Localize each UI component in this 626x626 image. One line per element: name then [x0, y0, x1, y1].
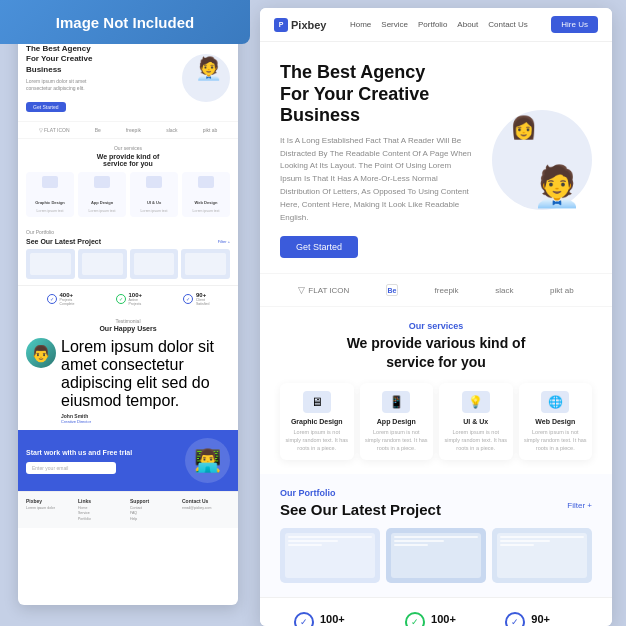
- brand-piktab: pikt ab: [550, 286, 574, 295]
- card-desc: Lorem ipsum is not simply random text. I…: [524, 428, 588, 453]
- right-portfolio-heading: See Our Latest Project: [280, 501, 441, 518]
- brand-slack: slack: [495, 286, 513, 295]
- right-services-label: Our services: [280, 321, 592, 331]
- banner-label: Image Not Included: [56, 14, 194, 31]
- right-hero-btn[interactable]: Get Started: [280, 236, 358, 258]
- right-service-card-app: 📱 App Design Lorem ipsum is not simply r…: [360, 383, 434, 461]
- right-service-cards: 🖥 Graphic Design Lorem ipsum is not simp…: [280, 383, 592, 461]
- left-services: Our services We provide kind ofservice f…: [18, 139, 238, 223]
- left-footer-col: Links HomeServicePortfolio: [78, 498, 126, 522]
- left-service-cards: Graphic Design Lorem ipsum text App Desi…: [26, 172, 230, 217]
- left-hero-btn[interactable]: Get Started: [26, 102, 66, 112]
- right-service-card-web: 🌐 Web Design Lorem ipsum is not simply r…: [519, 383, 593, 461]
- card-desc: Lorem ipsum is not simply random text. I…: [285, 428, 349, 453]
- left-hero-person: 🧑‍💼: [195, 56, 222, 82]
- right-portfolio-header: See Our Latest Project Filter +: [280, 501, 592, 518]
- image-not-included-banner: Image Not Included: [0, 0, 250, 44]
- right-nav-links: Home Service Portfolio About Contact Us: [350, 20, 528, 29]
- right-nav: P Pixbey Home Service Portfolio About Co…: [260, 8, 612, 42]
- left-services-heading: We provide kind ofservice for you: [26, 153, 230, 167]
- check-active-icon: ✓: [405, 612, 425, 626]
- right-portfolio-images: [280, 528, 592, 583]
- left-hero: The Best AgencyFor Your CreativeBusiness…: [18, 36, 238, 121]
- left-preview: Pixbey Home Service Portfolio Hire Us Th…: [18, 15, 238, 605]
- left-portfolio-heading: See Our Latest Project: [26, 238, 101, 245]
- card-title: App Design: [365, 418, 429, 425]
- left-portfolio-header: See Our Latest Project Filter +: [26, 238, 230, 245]
- right-hero-visual: 🧑‍💼 👩: [472, 110, 592, 210]
- left-portfolio-filter[interactable]: Filter +: [218, 239, 230, 244]
- left-testimonial-heading: Our Happy Users: [26, 325, 230, 332]
- brand-behance: Be: [386, 284, 398, 296]
- left-portfolio-image: [130, 249, 179, 279]
- right-stat-projects-text: 100+ Projects Complete: [320, 613, 377, 626]
- check-icon: ✓: [47, 294, 57, 304]
- right-service-card-ui: 💡 UI & Ux Lorem ipsum is not simply rand…: [439, 383, 513, 461]
- left-service-card: Graphic Design Lorem ipsum text: [26, 172, 74, 217]
- left-cta: Start work with us and Free trial Enter …: [18, 430, 238, 491]
- left-stat-text: 400+ ProjectsComplete: [60, 292, 75, 306]
- left-footer-col: Pixbey Lorem ipsum dolor: [26, 498, 74, 522]
- left-portfolio-image: [26, 249, 75, 279]
- graphic-design-icon: [42, 176, 58, 188]
- right-portfolio-image-1: [280, 528, 380, 583]
- left-portfolio-images: [26, 249, 230, 279]
- left-footer: Pixbey Lorem ipsum dolor Links HomeServi…: [18, 491, 238, 528]
- right-logo-icon: P: [274, 18, 288, 32]
- right-portfolio: Our Portfolio See Our Latest Project Fil…: [260, 474, 612, 597]
- left-stat-text: 100+ ActiveProjects: [129, 292, 143, 306]
- behance-icon: Be: [386, 284, 398, 296]
- card-desc: Lorem ipsum is not simply random text. I…: [365, 428, 429, 453]
- check-clients-icon: ✓: [505, 612, 525, 626]
- right-portfolio-image-3: [492, 528, 592, 583]
- right-stats: ✓ 100+ Projects Complete ✓ 100+ Active P…: [260, 597, 612, 626]
- web-design-icon: [198, 176, 214, 188]
- left-stat: ✓ 400+ ProjectsComplete: [47, 292, 75, 306]
- right-stat-clients-text: 90+ Client Satisfied: [531, 613, 578, 626]
- right-logo: P Pixbey: [274, 18, 326, 32]
- graphic-design-icon: 🖥: [303, 391, 331, 413]
- right-brands: ▽ FLAT ICON Be freepik slack pikt ab: [260, 273, 612, 307]
- right-hero-text: The Best AgencyFor Your Creative Busines…: [280, 62, 472, 258]
- left-brands: ▽ FLAT ICON Be freepik slack pikt ab: [18, 121, 238, 139]
- left-testimonial-text: Lorem ipsum dolor sit amet consectetur a…: [61, 338, 230, 424]
- left-hero-text: The Best AgencyFor Your CreativeBusiness…: [26, 44, 175, 113]
- left-service-card: Web Design Lorem ipsum text: [182, 172, 230, 217]
- check-icon: ✓: [116, 294, 126, 304]
- right-services: Our services We provide various kind ofs…: [260, 307, 612, 474]
- left-footer-col: Support ContactFAQHelp: [130, 498, 178, 522]
- left-testimonial-content: 👨 Lorem ipsum dolor sit amet consectetur…: [26, 338, 230, 424]
- right-hire-btn[interactable]: Hire Us: [551, 16, 598, 33]
- left-portfolio-image: [78, 249, 127, 279]
- check-projects-icon: ✓: [294, 612, 314, 626]
- ui-ux-icon: [146, 176, 162, 188]
- right-stat-active-text: 100+ Active Projects: [431, 613, 477, 626]
- right-portfolio-filter[interactable]: Filter +: [567, 501, 592, 510]
- right-portfolio-image-2: [386, 528, 486, 583]
- left-stat: ✓ 100+ ActiveProjects: [116, 292, 143, 306]
- right-preview: P Pixbey Home Service Portfolio About Co…: [260, 8, 612, 626]
- card-desc: Lorem ipsum is not simply random text. I…: [444, 428, 508, 453]
- brand-freepik: freepik: [435, 286, 459, 295]
- left-portfolio-image: [181, 249, 230, 279]
- right-stat-clients: ✓ 90+ Client Satisfied: [505, 612, 578, 626]
- brand-flaticon: ▽ FLAT ICON: [298, 285, 349, 295]
- left-hero-desc: Lorem ipsum dolor sit ametconsectetur ad…: [26, 78, 175, 92]
- left-hero-image: 🧑‍💼: [175, 51, 230, 106]
- left-cta-search-input[interactable]: Enter your email: [26, 462, 116, 474]
- left-cta-figure: 👨‍💻: [185, 438, 230, 483]
- right-stat-active: ✓ 100+ Active Projects: [405, 612, 477, 626]
- left-service-card: UI & Ux Lorem ipsum text: [130, 172, 178, 217]
- right-service-card-graphic: 🖥 Graphic Design Lorem ipsum is not simp…: [280, 383, 354, 461]
- card-title: Graphic Design: [285, 418, 349, 425]
- avatar-face: 👨: [31, 344, 51, 363]
- app-design-icon: 📱: [382, 391, 410, 413]
- right-hero-person: 🧑‍💼: [532, 163, 582, 210]
- check-icon: ✓: [183, 294, 193, 304]
- left-stat-text: 90+ ClientSatisfied: [196, 292, 209, 306]
- right-logo-text: Pixbey: [291, 19, 326, 31]
- right-services-heading: We provide various kind ofservice for yo…: [280, 334, 592, 370]
- right-hero-title: The Best AgencyFor Your Creative Busines…: [280, 62, 472, 127]
- card-title: Web Design: [524, 418, 588, 425]
- left-portfolio-label: Our Portfolio: [26, 229, 230, 235]
